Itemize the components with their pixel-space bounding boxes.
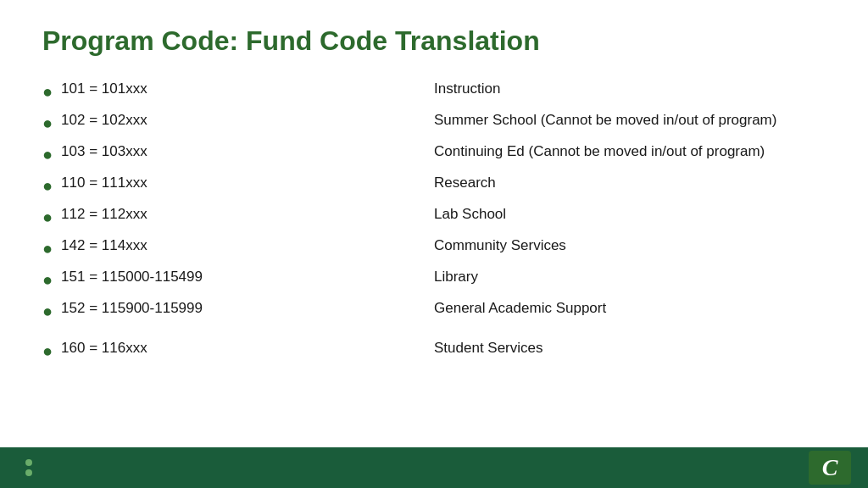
item-code-2: ●103 = 103xxx [42,138,434,169]
item-code-6: ●151 = 115000-115499 [42,263,434,295]
dot-1 [25,459,32,466]
item-code-1: ●102 = 102xxx [42,107,434,138]
slide-title: Program Code: Fund Code Translation [42,25,826,57]
code-text-0: 101 = 101xxx [61,79,147,99]
code-text-3: 110 = 111xxx [61,173,147,193]
item-code-3: ●110 = 111xxx [42,169,434,201]
bullet-6: ● [42,268,53,291]
code-text-5: 142 = 114xxx [61,236,147,256]
logo-container: C [809,451,851,485]
code-text-4: 112 = 112xxx [61,204,147,225]
content-area: Program Code: Fund Code Translation ●101… [0,0,868,447]
item-desc-1: Summer School (Cannot be moved in/out of… [434,107,826,138]
item-desc-6: Library [434,263,826,295]
item-desc-0: Instruction [434,75,826,107]
item-code-9: ●160 = 116xxx [42,335,434,366]
code-text-9: 160 = 116xxx [61,338,147,358]
item-code-5: ●142 = 114xxx [42,232,434,263]
slide: Program Code: Fund Code Translation ●101… [0,0,868,488]
logo-letter: C [822,454,838,481]
item-desc-2: Continuing Ed (Cannot be moved in/out of… [434,138,826,169]
bullet-7: ● [42,299,53,323]
item-desc-3: Research [434,169,826,201]
code-text-2: 103 = 103xxx [61,141,147,162]
bullet-3: ● [42,174,53,197]
item-desc-7: General Academic Support [434,295,826,326]
bullet-9: ● [42,339,53,363]
spacer-row [42,326,826,335]
code-text-7: 152 = 115900-115999 [61,298,203,319]
dot-2 [25,469,32,476]
item-code-7: ●152 = 115900-115999 [42,295,434,326]
item-desc-5: Community Services [434,232,826,263]
bullet-1: ● [42,111,53,135]
bullet-0: ● [42,80,53,103]
code-text-1: 102 = 102xxx [61,110,147,130]
item-code-4: ●112 = 112xxx [42,201,434,232]
item-desc-9: Student Services [434,335,826,366]
bullet-4: ● [42,205,53,229]
items-grid: ●101 = 101xxxInstruction●102 = 102xxxSum… [42,75,826,366]
item-code-0: ●101 = 101xxx [42,75,434,107]
bottom-bar: C [0,447,868,488]
code-text-6: 151 = 115000-115499 [61,267,203,287]
item-desc-4: Lab School [434,201,826,232]
bullet-5: ● [42,236,53,260]
bullet-2: ● [42,142,53,166]
bottom-dots [25,459,32,476]
